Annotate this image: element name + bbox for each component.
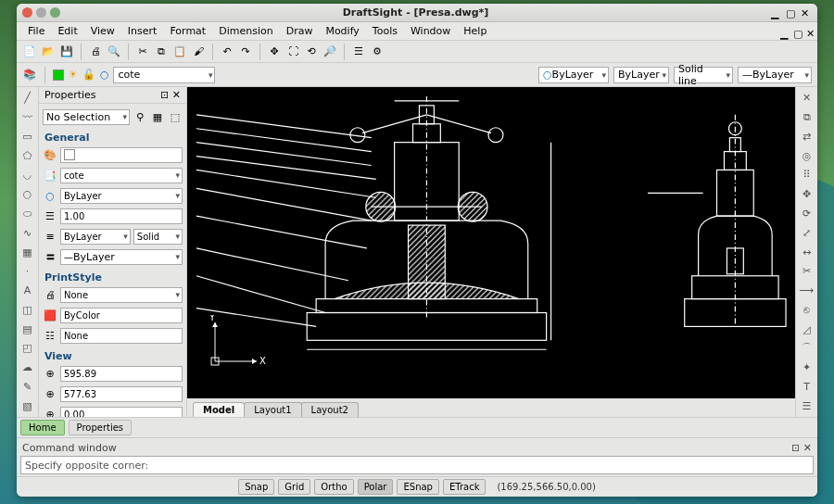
cloud-tool-icon[interactable]: ☁	[19, 360, 36, 375]
menu-file[interactable]: File	[22, 23, 50, 39]
pstyle-field[interactable]: None	[60, 287, 183, 303]
cut-icon[interactable]: ✂	[135, 44, 150, 59]
preview-icon[interactable]: 🔍	[107, 44, 121, 59]
layer-field[interactable]: cote	[60, 168, 183, 183]
mdi-restore-icon[interactable]: ▢	[788, 26, 799, 37]
pick-icon[interactable]: ▦	[150, 109, 165, 124]
explode-tool-icon[interactable]: ✦	[799, 360, 815, 375]
polygon-tool-icon[interactable]: ⬠	[19, 148, 36, 163]
mdi-close-icon[interactable]: ✕	[801, 26, 812, 37]
properties-icon[interactable]: ☰	[351, 44, 366, 59]
minimize-icon[interactable]	[36, 7, 46, 18]
save-icon[interactable]: 💾	[59, 44, 74, 59]
scale-field[interactable]: 1.00	[60, 208, 183, 224]
view-x-field[interactable]: 595.89	[60, 366, 183, 382]
line-tool-icon[interactable]: ╱	[19, 91, 36, 106]
window-restore-icon[interactable]: ▢	[786, 7, 797, 19]
copy-icon[interactable]: ⧉	[154, 44, 169, 59]
ortho-toggle[interactable]: Ortho	[314, 479, 353, 495]
zoom-window-icon[interactable]: ⛶	[285, 44, 300, 59]
offset-tool-icon[interactable]: ◎	[799, 148, 815, 163]
menu-format[interactable]: Format	[164, 23, 211, 39]
layer-lock-icon[interactable]: 🔓	[82, 69, 95, 81]
match-icon[interactable]: 🖌	[191, 44, 206, 59]
rect-tool-icon[interactable]: ▭	[19, 130, 36, 145]
polar-toggle[interactable]: Polar	[358, 479, 394, 495]
menu-edit[interactable]: Edit	[52, 23, 82, 39]
close-icon[interactable]	[22, 7, 32, 18]
trim-tool-icon[interactable]: ✂	[799, 264, 815, 279]
view-z-field[interactable]: 0.00	[60, 407, 183, 418]
window-close-icon[interactable]: ✕	[801, 7, 812, 19]
ptable-field[interactable]: None	[60, 328, 183, 344]
layer-manager-icon[interactable]: 📚	[22, 68, 37, 82]
menu-draw[interactable]: Draw	[281, 23, 319, 39]
drawing-canvas[interactable]: X Y	[187, 87, 795, 398]
command-input[interactable]	[20, 456, 814, 474]
tab-layout2[interactable]: Layout2	[301, 402, 359, 417]
print-icon[interactable]: 🖨	[88, 44, 103, 59]
table-tool-icon[interactable]: ▤	[19, 321, 36, 336]
menu-dimension[interactable]: Dimension	[213, 23, 278, 39]
block-tool-icon[interactable]: ◫	[19, 302, 36, 317]
mirror-tool-icon[interactable]: ⇄	[799, 130, 815, 145]
bycolor-field[interactable]: ByColor	[60, 308, 183, 323]
break-tool-icon[interactable]: ⎋	[799, 302, 815, 317]
extend-tool-icon[interactable]: ⟶	[799, 284, 815, 298]
rotate-tool-icon[interactable]: ⟳	[799, 207, 815, 221]
polyline-tool-icon[interactable]: 〰	[19, 110, 36, 125]
chamfer-tool-icon[interactable]: ◿	[799, 321, 815, 336]
grid-toggle[interactable]: Grid	[278, 479, 310, 495]
properties-tool-icon[interactable]: ☰	[799, 398, 815, 413]
hatch-tool-icon[interactable]: ▦	[19, 245, 36, 259]
select-all-icon[interactable]: ⬚	[168, 109, 183, 124]
stretch-tool-icon[interactable]: ↔	[799, 245, 815, 259]
tab-model[interactable]: Model	[193, 402, 245, 417]
copy-tool-icon[interactable]: ⧉	[799, 110, 815, 125]
window-min-icon[interactable]: ▁	[771, 7, 782, 19]
panel-tab-home[interactable]: Home	[20, 420, 65, 435]
selection-dropdown[interactable]: No Selection	[43, 109, 130, 125]
menu-help[interactable]: Help	[458, 23, 492, 39]
ellipse-tool-icon[interactable]: ⬭	[19, 207, 36, 221]
spline-tool-icon[interactable]: ∿	[19, 225, 36, 240]
redo-icon[interactable]: ↷	[238, 44, 253, 59]
view-y-field[interactable]: 577.63	[60, 386, 183, 402]
color-field[interactable]	[60, 147, 183, 163]
menu-modify[interactable]: Modify	[320, 23, 364, 39]
fillet-tool-icon[interactable]: ⌒	[799, 341, 815, 356]
quick-select-icon[interactable]: ⚲	[133, 109, 147, 124]
linecolor-field[interactable]: ByLayer	[60, 188, 183, 204]
mask-tool-icon[interactable]: ▧	[19, 398, 36, 413]
menu-window[interactable]: Window	[405, 23, 456, 39]
undo-icon[interactable]: ↶	[220, 44, 234, 59]
panel-tab-properties[interactable]: Properties	[69, 420, 133, 435]
linestyle-select[interactable]: Solid line	[674, 67, 733, 83]
lstyle-field[interactable]: Solid	[133, 229, 183, 245]
layer-on-icon[interactable]	[53, 69, 64, 81]
region-tool-icon[interactable]: ◰	[19, 341, 36, 356]
esnap-toggle[interactable]: ESnap	[397, 479, 438, 495]
pan-icon[interactable]: ✥	[267, 44, 282, 59]
maximize-icon[interactable]	[50, 7, 60, 18]
layer-freeze-icon[interactable]: ☀	[69, 69, 78, 81]
panel-close-icon[interactable]: ✕	[172, 89, 181, 101]
color-select[interactable]: ○ ByLayer	[538, 67, 609, 83]
point-tool-icon[interactable]: ·	[19, 264, 36, 279]
erase-tool-icon[interactable]: ✕	[799, 91, 815, 106]
paste-icon[interactable]: 📋	[172, 44, 187, 59]
etrack-toggle[interactable]: ETrack	[443, 479, 486, 495]
layer-select[interactable]: cote	[113, 67, 215, 83]
panel-pin-icon[interactable]: ⊡	[160, 89, 169, 101]
zoom-prev-icon[interactable]: ⟲	[304, 44, 319, 59]
note-tool-icon[interactable]: ✎	[19, 379, 36, 394]
options-icon[interactable]: ⚙	[370, 44, 385, 59]
ltype-field[interactable]: ByLayer	[60, 229, 131, 245]
circle-tool-icon[interactable]: ○	[19, 187, 36, 202]
text-edit-icon[interactable]: T	[799, 379, 815, 394]
menu-view[interactable]: View	[85, 23, 120, 39]
linetype-select[interactable]: ByLayer	[613, 67, 669, 83]
move-tool-icon[interactable]: ✥	[799, 187, 815, 202]
mdi-min-icon[interactable]: ▁	[775, 26, 786, 37]
scale-tool-icon[interactable]: ⤢	[799, 225, 815, 240]
